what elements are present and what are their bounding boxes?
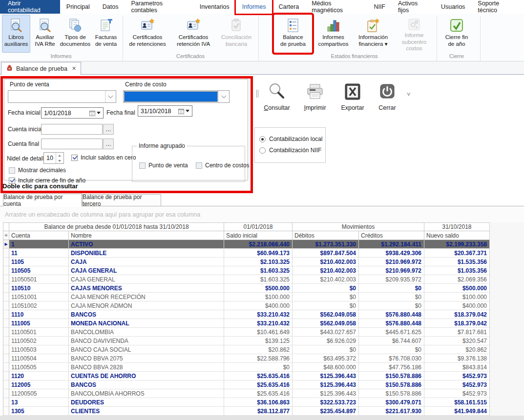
cell-creditos: $210.969.972 (359, 258, 424, 266)
menu-item[interactable]: Abrir contabilidad (0, 0, 60, 14)
centro-costo-combobox[interactable] (123, 90, 230, 103)
cuenta-final-browse-button[interactable]: … (103, 139, 114, 149)
spinner-up-icon[interactable] (56, 153, 63, 158)
more-actions-chevron-icon[interactable]: ˅ (407, 91, 411, 98)
table-row[interactable]: 1120 CUENTAS DE AHORRO $25.635.416 $125.… (3, 372, 489, 380)
mostrar-decimales-checkbox-row[interactable]: Mostrar decimales (9, 167, 66, 174)
table-row[interactable]: 11100505 BANCO BBVA 2828 $0 $48.600.000 … (3, 363, 489, 372)
ribbon-button-libros-auxiliares[interactable]: Libros auxiliares (2, 15, 30, 53)
cell-nuevo-saldo: $2.069.356 (424, 275, 490, 284)
checkbox-checked-icon[interactable] (71, 155, 78, 161)
splitter-handle[interactable] (256, 90, 258, 98)
menu-item[interactable]: Usuarios (435, 0, 471, 14)
column-header-nuevo-saldo[interactable]: Nuevo saldo (424, 231, 490, 240)
fecha-inicial-label: Fecha inicial (8, 109, 41, 116)
checkbox-unchecked-icon[interactable] (9, 167, 15, 174)
fecha-inicial-datepicker[interactable]: 1/01/2018 (41, 107, 104, 119)
table-row[interactable]: 112005 BANCOS $25.635.416 $125.396.443 $… (3, 380, 489, 389)
table-row[interactable]: 11100502 BANCO DAVIVIENDA $139.125 $6.92… (3, 337, 489, 345)
ribbon-button-certificados-retencion-iva[interactable]: Certificados retención IVA (171, 15, 215, 53)
table-row[interactable]: 11100503 BANCO CAJA SOCIAL $20.862 $0 $0… (3, 345, 489, 354)
fecha-final-datepicker[interactable]: 31/10/2018 (138, 105, 192, 117)
incluir-saldos-checkbox-row[interactable]: Incluir saldos en cero (71, 154, 136, 161)
ribbon-button-balance-prueba[interactable]: Balance de prueba (274, 15, 312, 53)
agrupado-centro-costos-checkbox-row[interactable]: Centro de costos (196, 162, 250, 169)
table-row[interactable]: 1305 CLIENTES $28.112.877 $235.454.897 $… (3, 407, 489, 416)
column-header-creditos[interactable]: Créditos (359, 231, 424, 240)
dropdown-button[interactable] (105, 91, 116, 102)
cuenta-inicial-input[interactable] (41, 124, 103, 135)
bottom-scroll-strip[interactable] (0, 416, 524, 420)
imprimir-button[interactable]: Imprimir (297, 80, 333, 118)
dropdown-button[interactable] (218, 91, 229, 102)
table-row[interactable]: 11051001 CAJA MENOR RECEPCIÓN $100.000 $… (3, 293, 489, 301)
table-row[interactable]: 110505 CAJA GENERAL $1.603.325 $210.402.… (3, 266, 489, 275)
menu-item-label: Datos (103, 3, 119, 10)
cell-nuevo-saldo: $7.817.681 (424, 328, 490, 337)
row-indicator (3, 284, 9, 293)
table-row[interactable]: 11100504 BANCO BBVA 2075 $22.588.796 $63… (3, 354, 489, 363)
contabilizacion-niif-radio-row[interactable]: Contabilización NIIF (259, 147, 321, 154)
ribbon-button-tipos-documentos[interactable]: Tipos de documentos (60, 15, 91, 53)
cell-nuevo-saldo: $41.949.844 (424, 407, 490, 416)
punto-venta-combobox[interactable] (8, 90, 116, 103)
tab-balance-por-tercero[interactable]: Balance de prueba por tercero (82, 194, 161, 206)
menu-item[interactable]: Activos fijos (392, 0, 435, 14)
table-row[interactable]: 11050501 CAJA GENERAL $1.603.325 $210.40… (3, 275, 489, 284)
ribbon-button-certificados-retenciones[interactable]: Certificados de retenciones (126, 15, 169, 53)
menu-item[interactable]: Parametros contables (125, 0, 193, 14)
checkbox-unchecked-icon[interactable] (139, 162, 146, 169)
table-row[interactable]: 1105 CAJA $2.103.325 $210.402.003 $210.9… (3, 258, 489, 266)
agrupado-punto-venta-checkbox-row[interactable]: Punto de venta (139, 162, 188, 169)
table-row[interactable]: 110510 CAJAS MENORES $500.000 $0 $0 $500… (3, 284, 489, 293)
checkbox-unchecked-icon[interactable] (196, 162, 202, 169)
ribbon-button-auxiliar-iva[interactable]: Auxiliar IVA Rfte (31, 15, 59, 53)
spinner-down-icon[interactable] (56, 158, 63, 163)
ribbon-button-informacion-financiera[interactable]: Información financiera ▾ (354, 15, 393, 53)
menu-item[interactable]: Principal (60, 0, 96, 14)
nivel-detalle-stepper[interactable]: 10 (43, 152, 64, 164)
ribbon-button-facturas-venta[interactable]: Facturas de venta (92, 15, 120, 53)
table-row[interactable]: 111005 MONEDA NACIONAL $33.210.432 $562.… (3, 319, 489, 328)
menu-item[interactable]: Inventarios (193, 0, 236, 14)
table-row[interactable]: 1110 BANCOS $33.210.432 $562.049.058 $57… (3, 310, 489, 319)
table-row[interactable]: 11 DISPONIBLE $60.949.173 $897.847.504 $… (3, 249, 489, 258)
calendar-icon (178, 108, 184, 114)
cell-nuevo-saldo: $18.379.042 (424, 319, 490, 328)
table-row[interactable]: 11051002 CAJA MENOR ADMON $400.000 $0 $0… (3, 301, 489, 310)
menu-item[interactable]: Cartera (272, 0, 305, 14)
radio-selected-icon[interactable] (259, 136, 266, 142)
consultar-button[interactable]: Consultar (259, 80, 294, 118)
column-header-saldo-inicial[interactable]: Saldo inicial (224, 231, 293, 240)
menu-item[interactable]: Médios magnéticos (305, 0, 367, 14)
column-header-cuenta[interactable]: Cuenta (9, 231, 69, 240)
contabilizacion-local-radio-row[interactable]: Contabilización local (259, 136, 322, 142)
exportar-button[interactable]: Exportar (335, 80, 370, 118)
table-row[interactable]: 11200505 BANCOLOMBIA AHORROS $25.635.416… (3, 389, 489, 398)
radio-unselected-icon[interactable] (259, 147, 266, 154)
menu-item[interactable]: Datos (96, 0, 125, 14)
close-icon[interactable]: ✕ (72, 65, 76, 72)
table-row[interactable]: 11100501 BANCOLOMBIA $10.461.649 $443.02… (3, 328, 489, 337)
column-header-debitos[interactable]: Débitos (293, 231, 359, 240)
cuenta-final-input[interactable] (41, 139, 103, 149)
table-row[interactable]: 13 DEUDORES $36.106.863 $322.533.723 $30… (3, 398, 489, 407)
tab-balance-de-prueba[interactable]: Balance de prueba ✕ (1, 62, 81, 75)
group-by-panel[interactable]: Arrastre un encabezado de columna aquí p… (0, 206, 524, 222)
menu-item[interactable]: Informes (236, 0, 272, 14)
cuenta-inicial-browse-button[interactable]: … (103, 124, 114, 135)
fecha-final-value: 31/10/2018 (138, 108, 176, 115)
cell-debitos: $562.049.058 (293, 319, 359, 328)
tab-balance-por-cuenta[interactable]: Balance de prueba por cuenta (3, 194, 82, 207)
cell-cuenta: 11100504 (9, 354, 69, 363)
dropdown-arrow-icon[interactable] (97, 112, 101, 114)
menu-item[interactable]: NIIF (367, 0, 392, 14)
dropdown-arrow-icon[interactable] (186, 110, 189, 112)
cell-cuenta: 112005 (9, 380, 69, 389)
column-header-nombre[interactable]: Nombre (69, 231, 224, 240)
cerrar-button[interactable]: Cerrar (370, 80, 405, 118)
ribbon-button-informes-compartivos[interactable]: Informes compartivos (314, 15, 353, 53)
menu-item[interactable]: Soporte técnico (471, 0, 524, 14)
table-row[interactable]: ▶ 1 ACTIVO $2.218.066.440 $1.273.351.330… (3, 240, 489, 249)
ribbon-button-cierre-fin-ano[interactable]: Cierre fin de año (441, 15, 472, 53)
